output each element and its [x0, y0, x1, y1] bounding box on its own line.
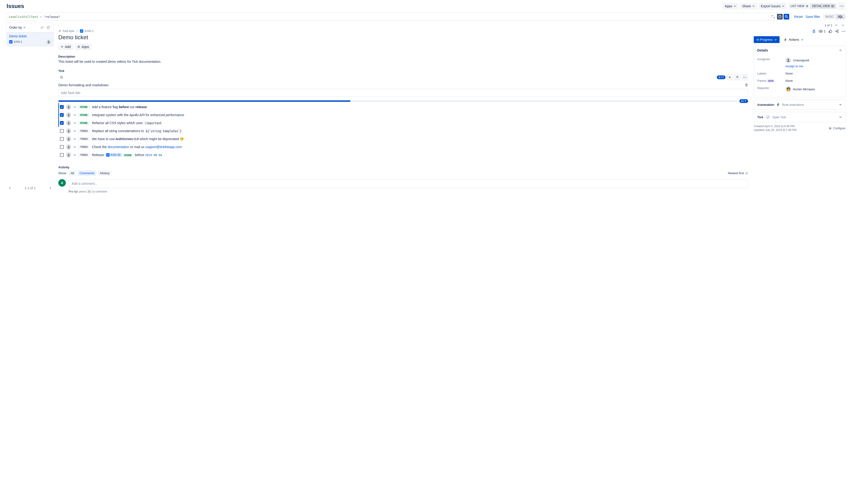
- task-text[interactable]: Check the documentation or mail us suppo…: [92, 145, 182, 149]
- list-view-tab[interactable]: LIST VIEW: [788, 3, 810, 9]
- basic-mode-tab[interactable]: BASIC: [823, 14, 836, 19]
- add-task-input[interactable]: [58, 89, 748, 97]
- task-assignee-icon[interactable]: [66, 112, 71, 118]
- lock-button[interactable]: [812, 30, 816, 33]
- automation-panel[interactable]: Automation Rule executions: [754, 100, 846, 110]
- task-text[interactable]: Add a feature flag before our release: [92, 105, 147, 109]
- share-issue-button[interactable]: [835, 30, 839, 33]
- jql-mode-tab[interactable]: JQL: [836, 14, 845, 19]
- sort-direction-button[interactable]: [39, 25, 45, 30]
- tab-history[interactable]: History: [98, 170, 111, 176]
- tab-comments[interactable]: Comments: [78, 170, 96, 176]
- task-checkbox[interactable]: [60, 105, 64, 109]
- refresh-button[interactable]: [46, 25, 51, 30]
- jql-search-button[interactable]: [784, 14, 789, 19]
- task-text[interactable]: Refactor all CSS styles which uses !impo…: [92, 121, 162, 125]
- order-by-dropdown[interactable]: Order by: [9, 25, 25, 30]
- configure-button[interactable]: Configure: [829, 125, 846, 132]
- reporter-value[interactable]: 🧑 Nurlan Mirzayev: [785, 86, 842, 92]
- vote-button[interactable]: [829, 30, 832, 33]
- svg-point-21: [68, 154, 69, 155]
- issue-key-link[interactable]: KAN-1: [80, 29, 94, 33]
- tick-filter-button[interactable]: [734, 74, 741, 80]
- task-expand-button[interactable]: [74, 130, 76, 132]
- issue-next-button[interactable]: [840, 22, 846, 28]
- task-status-badge[interactable]: DONE: [78, 121, 90, 125]
- description-text[interactable]: This ticket will be used to created demo…: [58, 60, 748, 64]
- task-expand-button[interactable]: [74, 146, 76, 148]
- svg-point-32: [830, 128, 831, 129]
- activity-label: Activity: [58, 165, 748, 169]
- assign-to-me-link[interactable]: Assign to me: [785, 65, 803, 68]
- share-button[interactable]: Share: [740, 3, 757, 10]
- assignee-value[interactable]: Unassigned: [785, 57, 809, 63]
- task-checkbox[interactable]: [60, 145, 64, 149]
- actions-dropdown[interactable]: Actions: [781, 36, 806, 43]
- status-dropdown[interactable]: In Progress: [754, 36, 780, 43]
- task-expand-button[interactable]: [74, 154, 76, 156]
- prev-page-button[interactable]: [7, 186, 12, 191]
- task-checkbox[interactable]: [60, 121, 64, 125]
- issue-prev-button[interactable]: [834, 22, 839, 28]
- task-expand-button[interactable]: [74, 106, 76, 108]
- pagination-label: 1-1 of 1: [24, 186, 36, 190]
- task-assignee-icon[interactable]: [66, 104, 71, 110]
- task-text[interactable]: Integrate system with the Apollo API for…: [92, 113, 184, 117]
- task-text[interactable]: We have to use AuthService 1.0 which mig…: [92, 137, 184, 141]
- task-assignee-icon[interactable]: [66, 144, 71, 149]
- task-assignee-icon[interactable]: [66, 152, 71, 158]
- expand-editor-button[interactable]: [771, 14, 776, 19]
- save-filter-link[interactable]: Save filter: [805, 15, 820, 19]
- issue-list-item[interactable]: Demo ticket KAN-1: [7, 33, 53, 46]
- task-assignee-icon[interactable]: [66, 128, 71, 133]
- details-panel-header[interactable]: Details: [754, 46, 845, 55]
- parent-value[interactable]: None: [785, 79, 842, 83]
- task-checkbox[interactable]: [60, 129, 64, 133]
- issue-more-button[interactable]: [842, 31, 846, 32]
- next-page-button[interactable]: [48, 186, 53, 191]
- watch-button[interactable]: 1: [819, 29, 826, 33]
- task-status-badge[interactable]: DONE: [78, 113, 90, 117]
- task-expand-button[interactable]: [74, 122, 76, 124]
- filter-icon: [736, 76, 739, 79]
- task-assignee-icon[interactable]: [66, 136, 71, 142]
- apps-button[interactable]: Apps: [723, 3, 739, 10]
- reset-link[interactable]: Reset: [794, 15, 803, 19]
- progress-bar: [58, 101, 738, 102]
- progress-badge: 3 / 7: [739, 99, 748, 103]
- labels-label: Labels: [757, 72, 785, 75]
- delete-section-button[interactable]: [745, 84, 748, 87]
- tick-add-button[interactable]: [726, 74, 733, 80]
- task-status-badge[interactable]: TODO: [78, 129, 90, 133]
- tick-more-button[interactable]: [742, 74, 748, 80]
- comment-input[interactable]: Add a comment...: [69, 179, 748, 188]
- task-checkbox[interactable]: [60, 113, 64, 117]
- more-menu-button[interactable]: [838, 2, 846, 10]
- task-text[interactable]: Release KAN-30 DONE before 2024-08-04: [92, 153, 162, 157]
- task-text[interactable]: Replace all string concatenations to ${`…: [92, 129, 182, 133]
- sort-comments-button[interactable]: Newest first: [728, 172, 748, 175]
- issue-title[interactable]: Demo ticket: [58, 34, 748, 41]
- jql-help-button[interactable]: ?: [777, 14, 783, 19]
- svg-point-8: [48, 41, 49, 42]
- add-epic-button[interactable]: Add epic: [58, 29, 74, 33]
- detail-view-tab[interactable]: DETAIL VIEW: [810, 3, 836, 9]
- task-status-badge[interactable]: TODO: [78, 145, 90, 149]
- task-expand-button[interactable]: [74, 138, 76, 140]
- task-status-badge[interactable]: DONE: [78, 105, 90, 109]
- task-status-badge[interactable]: TODO: [78, 153, 90, 157]
- task-checkbox[interactable]: [60, 153, 64, 157]
- tick-search-button[interactable]: [58, 74, 65, 80]
- svg-point-29: [845, 31, 846, 32]
- task-status-badge[interactable]: TODO: [78, 137, 90, 141]
- tab-all[interactable]: All: [69, 170, 76, 176]
- jql-input[interactable]: tasklistFullText ~ "release" ?: [6, 13, 791, 21]
- add-content-button[interactable]: Add: [58, 43, 73, 50]
- tick-panel[interactable]: Tick Open Tick: [754, 112, 846, 122]
- task-assignee-icon[interactable]: [66, 120, 71, 126]
- task-checkbox[interactable]: [60, 137, 64, 141]
- export-issues-button[interactable]: Export issues: [758, 3, 787, 10]
- labels-value[interactable]: None: [785, 72, 842, 75]
- task-expand-button[interactable]: [74, 114, 76, 116]
- apps-content-button[interactable]: Apps: [75, 43, 91, 50]
